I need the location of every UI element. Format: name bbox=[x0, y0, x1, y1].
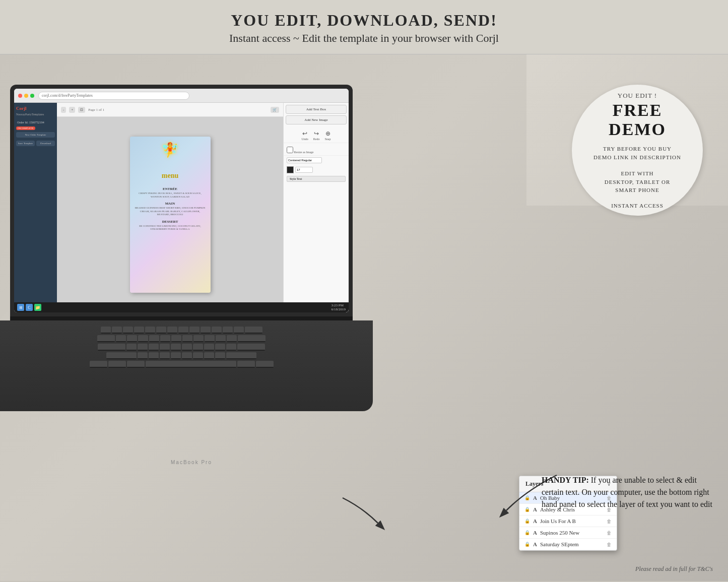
taskbar-start[interactable]: ⊞ bbox=[17, 304, 24, 311]
key bbox=[123, 327, 133, 334]
key bbox=[127, 335, 137, 342]
add-new-image-btn[interactable]: Add New Image bbox=[286, 115, 347, 124]
nav-btn-1[interactable]: New Order Template bbox=[16, 132, 55, 138]
keyboard-rows bbox=[0, 320, 373, 375]
key bbox=[182, 344, 192, 351]
canvas-menu-section: ENTRÉE CRISPY PEKING DUCK ROLL, SWEET & … bbox=[130, 187, 211, 231]
key-space bbox=[146, 361, 236, 368]
laptop-container: corjl.com/d/freePartyTemplates Corjl Noo… bbox=[10, 85, 373, 548]
key bbox=[216, 335, 226, 342]
canvas-card: 🧚 menu ENTRÉE CRISPY PEKING DUCK ROLL, S… bbox=[130, 137, 211, 293]
taskbar-files[interactable]: 📁 bbox=[34, 304, 41, 311]
footer-note: Please read ad in full for T&C's bbox=[635, 565, 713, 573]
nav-btn-3[interactable]: Download bbox=[36, 141, 55, 146]
browser-address: corjl.com/d/freePartyTemplates bbox=[38, 92, 189, 100]
fairy-icon: 🧚 bbox=[161, 142, 179, 158]
dessert-text: BE CONSTRUCTED LIMONCINO, COCONUT GELATO… bbox=[134, 225, 207, 231]
main-header: MAIN bbox=[134, 202, 207, 206]
key bbox=[193, 344, 203, 351]
keyboard-row-3 bbox=[5, 344, 358, 351]
top-banner: YOU EDIT, DOWNLOAD, SEND! Instant access… bbox=[0, 0, 728, 54]
toolbar-orders[interactable]: 🛒 bbox=[271, 107, 279, 113]
key bbox=[171, 344, 181, 351]
layer-delete-icon[interactable]: 🗑 bbox=[607, 519, 612, 524]
editor-toolbar: - + ⊡ Page 1 of 1 🛒 bbox=[57, 103, 283, 117]
key bbox=[112, 327, 122, 334]
undo-icon-item: ↩ Undo bbox=[301, 130, 308, 141]
key bbox=[201, 327, 211, 334]
laptop-screen-outer: corjl.com/d/freePartyTemplates Corjl Noo… bbox=[10, 85, 353, 316]
layer-lock-icon: 🔒 bbox=[524, 542, 530, 547]
main-area: corjl.com/d/freePartyTemplates Corjl Noo… bbox=[0, 54, 728, 581]
editor-right-panel: Add Text Box Add New Image ↩ Undo ↪ bbox=[283, 103, 349, 312]
sidebar-logo: Corjl bbox=[16, 106, 55, 111]
dessert-header: DESSERT bbox=[134, 220, 207, 224]
key-caps bbox=[98, 344, 125, 351]
key-ctrl bbox=[108, 361, 126, 368]
font-size-input[interactable] bbox=[295, 167, 313, 173]
layer-item[interactable]: 🔒 A Supinos 250 New 🗑 bbox=[519, 527, 617, 539]
nav-btn-2[interactable]: Save Template bbox=[16, 141, 35, 146]
incomplete-badge: INCOMPLETE bbox=[16, 126, 35, 130]
snap-icon[interactable]: ⊕ bbox=[325, 130, 331, 138]
layer-item[interactable]: 🔒 A Saturday SEptem 🗑 bbox=[519, 539, 617, 550]
style-text-btn[interactable]: Style Text bbox=[287, 176, 346, 182]
key bbox=[234, 327, 244, 334]
sidebar-nav-2: Save Template Download bbox=[16, 141, 55, 146]
resize-checkbox[interactable] bbox=[287, 147, 293, 153]
key bbox=[189, 327, 200, 334]
taskbar-browser[interactable]: C bbox=[26, 304, 33, 311]
laptop-hinge bbox=[10, 316, 353, 320]
toolbar-zoom-in[interactable]: + bbox=[69, 107, 75, 113]
redo-icon[interactable]: ↪ bbox=[313, 130, 320, 138]
key-ctrl-r bbox=[256, 361, 274, 368]
laptop-screen-inner: corjl.com/d/freePartyTemplates Corjl Noo… bbox=[14, 89, 349, 312]
key-tab bbox=[97, 335, 115, 342]
layer-delete-icon[interactable]: 🗑 bbox=[607, 542, 612, 547]
demo-instant-text: INSTANT ACCESS bbox=[611, 203, 664, 209]
color-swatch[interactable] bbox=[287, 166, 294, 173]
layer-delete-icon[interactable]: 🗑 bbox=[607, 530, 612, 536]
key bbox=[182, 335, 192, 342]
dot-yellow bbox=[24, 94, 28, 98]
main-text: BRAISED GUINNESS BEEF SHORT RIBS, GNOCCH… bbox=[134, 207, 207, 217]
panel-font-input-row bbox=[284, 156, 349, 165]
key bbox=[126, 344, 137, 351]
key bbox=[226, 344, 236, 351]
free-demo-circle: YOU EDIT ! FREE DEMO TRY BEFORE YOU BUY … bbox=[572, 85, 703, 216]
key-fn bbox=[90, 361, 107, 368]
key bbox=[101, 327, 111, 334]
font-family-input[interactable] bbox=[287, 157, 322, 163]
layer-type-icon: A bbox=[533, 530, 537, 536]
key bbox=[182, 352, 192, 359]
key-enter bbox=[238, 335, 266, 342]
key bbox=[149, 335, 159, 342]
add-text-box-btn[interactable]: Add Text Box bbox=[286, 105, 347, 114]
key bbox=[193, 352, 203, 359]
resize-image-checkbox[interactable]: Resize as Image bbox=[284, 145, 349, 156]
key bbox=[149, 352, 159, 359]
key-shift-l bbox=[106, 352, 137, 359]
demo-free-text: FREE DEMO bbox=[609, 101, 666, 139]
panel-size-input-row bbox=[284, 165, 349, 175]
toolbar-fit[interactable]: ⊡ bbox=[78, 107, 85, 113]
key-return bbox=[237, 344, 265, 351]
toolbar-zoom-out[interactable]: - bbox=[61, 107, 66, 113]
key-alt bbox=[127, 361, 145, 368]
key bbox=[227, 335, 237, 342]
keyboard-row-4 bbox=[5, 352, 358, 359]
key bbox=[156, 327, 166, 334]
editor-canvas-area: 🧚 menu ENTRÉE CRISPY PEKING DUCK ROLL, S… bbox=[57, 117, 283, 312]
key bbox=[204, 344, 214, 351]
browser-chrome: corjl.com/d/freePartyTemplates bbox=[14, 89, 349, 103]
browser-dots bbox=[18, 94, 34, 98]
demo-you-edit: YOU EDIT ! bbox=[618, 92, 657, 100]
demo-try-text: TRY BEFORE YOU BUY DEMO LINK IN DESCRIPT… bbox=[593, 145, 681, 161]
editor-main: - + ⊡ Page 1 of 1 🛒 🧚 bbox=[57, 103, 283, 312]
undo-icon[interactable]: ↩ bbox=[301, 130, 308, 138]
editor-sidebar: Corjl NoorayPartyTemplates Order Id: 150… bbox=[14, 103, 57, 312]
key bbox=[215, 352, 225, 359]
entree-header: ENTRÉE bbox=[134, 187, 207, 191]
key bbox=[116, 335, 126, 342]
laptop-body: corjl.com/d/freePartyTemplates Corjl Noo… bbox=[10, 85, 353, 478]
